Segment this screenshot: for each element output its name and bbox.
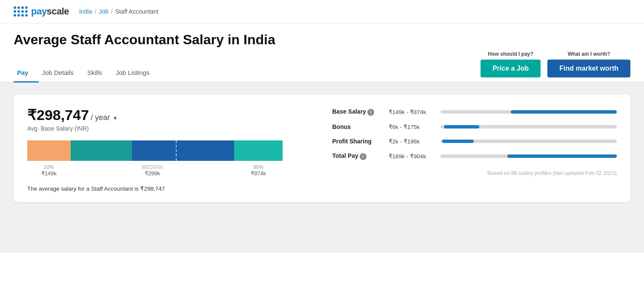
range-values-1: ₹6k - ₹175k <box>389 123 435 130</box>
salary-subtitle: Avg. Base Salary (INR) <box>27 125 312 132</box>
cta-find-market-label: What am I worth? <box>568 51 610 57</box>
val-10-label: ₹149k <box>27 170 71 177</box>
salary-period: / year <box>91 113 110 122</box>
breadcrumb-job[interactable]: Job <box>99 8 109 15</box>
bar-median-line <box>176 140 177 161</box>
tabs-cta-row: Pay Job Details Skills Job Listings How … <box>0 51 644 83</box>
logo-text: payscale <box>31 6 69 17</box>
range-row-bonus: Bonus₹6k - ₹175k <box>332 123 617 130</box>
range-bar-fill-1 <box>444 125 479 129</box>
val-90-label: ₹874k <box>234 170 283 177</box>
logo[interactable]: payscale <box>14 6 69 17</box>
breadcrumb: India / Job / Staff Accountant <box>79 8 158 15</box>
card-inner: ₹298,747 / year ▾ Avg. Base Salary (INR) <box>27 106 617 192</box>
bar-label-median: MEDIAN ₹299k <box>71 164 234 177</box>
salary-amount: ₹298,747 <box>27 107 89 123</box>
tabs: Pay Job Details Skills Job Listings <box>14 63 160 82</box>
range-bar-fill-3 <box>507 154 617 158</box>
tab-pay[interactable]: Pay <box>14 63 39 83</box>
bar-segment-10pct <box>27 140 71 161</box>
bar-segment-90pct <box>234 140 283 161</box>
bar-labels: 10% ₹149k MEDIAN ₹299k 90% ₹874k <box>27 164 283 177</box>
breadcrumb-india[interactable]: India <box>79 8 92 15</box>
page-title-area: Average Staff Accountant Salary in India <box>0 23 644 48</box>
info-icon-0[interactable]: i <box>367 109 374 116</box>
logo-dots <box>14 6 28 17</box>
range-bar-wrap-2 <box>441 140 617 143</box>
breadcrumb-current: Staff Accountant <box>115 8 159 15</box>
pct-median-label: MEDIAN <box>71 164 234 170</box>
range-bar-wrap-1 <box>441 125 617 129</box>
range-label-0: Base Salaryi <box>332 108 384 116</box>
salary-amount-row: ₹298,747 / year ▾ <box>27 106 312 123</box>
val-median-label: ₹299k <box>71 170 234 177</box>
range-bar-fill-2 <box>442 140 474 143</box>
range-label-3: Total Payi <box>332 152 384 160</box>
range-values-3: ₹169k - ₹904k <box>389 153 435 160</box>
price-job-button[interactable]: Price a Job <box>481 60 541 77</box>
breadcrumb-sep-1: / <box>94 8 96 15</box>
pct-10-label: 10% <box>27 164 71 170</box>
bar-segment-upper-mid <box>132 140 234 161</box>
top-nav: payscale India / Job / Staff Accountant <box>0 0 644 23</box>
tab-skills[interactable]: Skills <box>84 63 112 83</box>
tab-job-details[interactable]: Job Details <box>39 63 84 83</box>
page-title: Average Staff Accountant Salary in India <box>14 32 630 48</box>
cta-price-job-group: How should I pay? Price a Job <box>481 51 541 77</box>
find-market-worth-button[interactable]: Find market worth <box>547 60 630 77</box>
range-row-total-pay: Total Payi₹169k - ₹904k <box>332 152 617 160</box>
ranges-container: Base Salaryi₹149k - ₹874kBonus₹6k - ₹175… <box>332 108 617 160</box>
bar-label-10: 10% ₹149k <box>27 164 71 177</box>
range-bar-fill-0 <box>511 110 617 114</box>
avg-note: The average salary for a Staff Accountan… <box>27 185 312 192</box>
bar-chart: 10% ₹149k MEDIAN ₹299k 90% ₹874k <box>27 140 312 177</box>
content-area: ₹298,747 / year ▾ Avg. Base Salary (INR) <box>0 83 644 253</box>
based-on: Based on 86 salary profiles (last update… <box>332 170 617 176</box>
range-values-0: ₹149k - ₹874k <box>389 109 435 115</box>
range-row-base-salary: Base Salaryi₹149k - ₹874k <box>332 108 617 116</box>
cta-price-job-label: How should I pay? <box>488 51 533 57</box>
salary-dropdown-arrow[interactable]: ▾ <box>114 114 117 121</box>
tab-job-listings[interactable]: Job Listings <box>112 63 160 83</box>
bar-row <box>27 140 283 161</box>
cta-area: How should I pay? Price a Job What am I … <box>481 51 630 82</box>
range-values-2: ₹2k - ₹196k <box>389 138 435 145</box>
card-left: ₹298,747 / year ▾ Avg. Base Salary (INR) <box>27 106 312 192</box>
bar-label-90: 90% ₹874k <box>234 164 283 177</box>
pct-90-label: 90% <box>234 164 283 170</box>
breadcrumb-sep-2: / <box>111 8 113 15</box>
range-bar-wrap-3 <box>441 154 617 158</box>
card-right: Base Salaryi₹149k - ₹874kBonus₹6k - ₹175… <box>332 106 617 192</box>
bar-segment-lower-mid <box>71 140 132 161</box>
range-label-2: Profit Sharing <box>332 138 384 145</box>
range-bar-wrap-0 <box>441 110 617 114</box>
salary-card: ₹298,747 / year ▾ Avg. Base Salary (INR) <box>14 94 630 202</box>
cta-find-market-group: What am I worth? Find market worth <box>547 51 630 77</box>
range-label-1: Bonus <box>332 123 384 130</box>
info-icon-3[interactable]: i <box>360 153 366 160</box>
range-row-profit-sharing: Profit Sharing₹2k - ₹196k <box>332 138 617 145</box>
